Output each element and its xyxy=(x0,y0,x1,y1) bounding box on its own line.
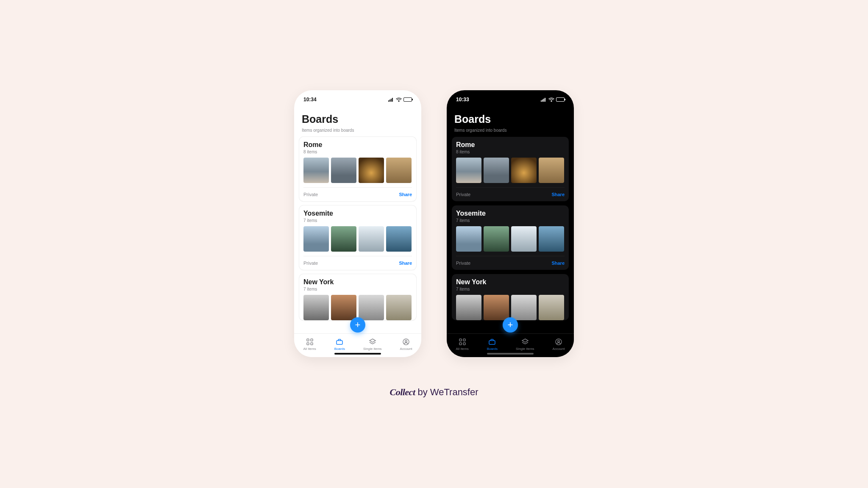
thumbnail[interactable] xyxy=(303,226,329,252)
page-title: Boards xyxy=(452,109,569,128)
svg-rect-4 xyxy=(307,339,309,341)
tab-label: Boards xyxy=(487,347,498,351)
layers-icon xyxy=(521,338,529,346)
tab-all-items[interactable]: All items xyxy=(303,338,316,351)
add-button[interactable]: + xyxy=(350,317,365,333)
thumbnail[interactable] xyxy=(303,295,329,320)
thumbnail[interactable] xyxy=(511,295,537,320)
board-title: Rome xyxy=(303,141,412,149)
svg-rect-14 xyxy=(545,98,545,102)
tab-label: Account xyxy=(553,347,565,351)
thumbnail[interactable] xyxy=(359,226,384,252)
tab-all-items[interactable]: All items xyxy=(456,338,468,351)
tab-account[interactable]: Account xyxy=(553,338,565,351)
thumbnail[interactable] xyxy=(539,158,564,183)
board-footer: Private Share xyxy=(303,187,412,201)
cellular-icon xyxy=(388,97,394,102)
battery-icon xyxy=(403,97,412,102)
board-item-count: 7 items xyxy=(456,218,565,223)
thumbnail[interactable] xyxy=(511,226,537,252)
tab-label: Boards xyxy=(334,347,345,351)
board-title: Yosemite xyxy=(303,210,412,217)
board-privacy-label: Private xyxy=(456,261,470,266)
tab-boards[interactable]: Boards xyxy=(334,338,345,351)
home-indicator[interactable] xyxy=(334,353,381,355)
share-button[interactable]: Share xyxy=(399,261,412,266)
cellular-icon xyxy=(541,97,547,102)
briefcase-icon xyxy=(335,338,344,346)
scroll-area[interactable]: Boards Items organized into boards Rome … xyxy=(447,105,574,333)
board-item-count: 8 items xyxy=(303,150,412,154)
grid-icon xyxy=(306,338,314,346)
thumbnail[interactable] xyxy=(456,158,481,183)
tab-label: Single items xyxy=(516,347,534,351)
board-item-count: 8 items xyxy=(456,150,565,154)
tab-boards[interactable]: Boards xyxy=(487,338,498,351)
board-title: New York xyxy=(456,278,565,286)
tab-account[interactable]: Account xyxy=(400,338,412,351)
status-time: 10:33 xyxy=(456,97,469,103)
board-card-rome[interactable]: Rome 8 items Private Share xyxy=(452,137,569,201)
scroll-area[interactable]: Boards Items organized into boards Rome … xyxy=(294,105,421,333)
notch xyxy=(328,90,387,100)
status-time: 10:34 xyxy=(303,97,317,103)
phone-light: 10:34 Boards Items organized into boards… xyxy=(294,90,421,357)
board-item-count: 7 items xyxy=(456,287,565,291)
tab-single-items[interactable]: Single items xyxy=(516,338,534,351)
board-thumbnails xyxy=(303,158,412,183)
wifi-icon xyxy=(548,97,554,102)
share-button[interactable]: Share xyxy=(551,261,565,266)
plus-icon: + xyxy=(355,319,361,330)
board-privacy-label: Private xyxy=(456,192,470,197)
add-button[interactable]: + xyxy=(503,317,518,333)
thumbnail[interactable] xyxy=(539,226,564,252)
thumbnail[interactable] xyxy=(331,295,356,320)
thumbnail[interactable] xyxy=(484,158,509,183)
svg-rect-11 xyxy=(541,100,542,102)
tab-label: Single items xyxy=(363,347,382,351)
thumbnail[interactable] xyxy=(359,158,384,183)
tab-label: Account xyxy=(400,347,412,351)
plus-icon: + xyxy=(508,319,513,330)
brand-byline: by WeTransfer xyxy=(418,387,479,398)
thumbnail[interactable] xyxy=(359,295,384,320)
phones-row: 10:34 Boards Items organized into boards… xyxy=(294,90,574,357)
thumbnail[interactable] xyxy=(386,158,412,183)
layers-icon xyxy=(368,338,377,346)
board-card-newyork[interactable]: New York 7 items xyxy=(299,274,416,320)
thumbnail[interactable] xyxy=(456,226,481,252)
svg-rect-7 xyxy=(311,343,313,345)
thumbnail[interactable] xyxy=(331,158,356,183)
thumbnail[interactable] xyxy=(484,226,509,252)
thumbnail[interactable] xyxy=(456,295,481,320)
board-item-count: 7 items xyxy=(303,218,412,223)
home-indicator[interactable] xyxy=(487,353,534,355)
svg-point-10 xyxy=(405,340,407,342)
board-title: Rome xyxy=(456,141,565,149)
svg-rect-6 xyxy=(307,343,309,345)
page-title: Boards xyxy=(299,109,416,128)
thumbnail[interactable] xyxy=(303,158,329,183)
page-subtitle: Items organized into boards xyxy=(299,128,416,137)
thumbnail[interactable] xyxy=(484,295,509,320)
svg-rect-18 xyxy=(463,343,465,345)
status-icons xyxy=(388,97,412,102)
tab-single-items[interactable]: Single items xyxy=(363,338,382,351)
svg-rect-19 xyxy=(489,341,495,344)
thumbnail[interactable] xyxy=(539,295,564,320)
thumbnail[interactable] xyxy=(386,295,412,320)
board-card-yosemite[interactable]: Yosemite 7 items Private Share xyxy=(452,205,569,270)
notch xyxy=(481,90,540,100)
board-card-newyork[interactable]: New York 7 items xyxy=(452,274,569,320)
thumbnail[interactable] xyxy=(331,226,356,252)
svg-rect-8 xyxy=(337,341,342,344)
svg-rect-12 xyxy=(542,100,543,102)
thumbnail[interactable] xyxy=(511,158,537,183)
board-card-rome[interactable]: Rome 8 items Private Share xyxy=(299,137,416,201)
briefcase-icon xyxy=(488,338,496,346)
share-button[interactable]: Share xyxy=(551,192,565,197)
board-card-yosemite[interactable]: Yosemite 7 items Private Share xyxy=(299,205,416,270)
share-button[interactable]: Share xyxy=(399,192,412,197)
thumbnail[interactable] xyxy=(386,226,412,252)
board-title: New York xyxy=(303,278,412,286)
